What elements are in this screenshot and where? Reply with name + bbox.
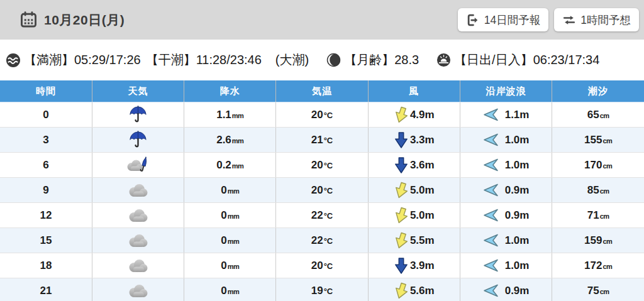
wind-direction-arrow-icon <box>394 106 409 124</box>
col-header-tide: 潮汐 <box>552 80 644 102</box>
wind-speed-value: 3.3m <box>410 134 435 146</box>
fourteen-day-forecast-button[interactable]: 14日間予報 <box>458 8 548 31</box>
temperature-value: 22 <box>311 234 323 246</box>
table-header-row: 時間 天気 降水 気温 風 沿岸波浪 潮汐 <box>0 80 644 102</box>
col-header-wind: 風 <box>368 80 460 102</box>
wind-cell: 5.0m <box>368 178 460 203</box>
temperature-value: 20 <box>311 184 323 196</box>
time-value: 21 <box>40 285 52 297</box>
wind-direction-arrow-icon <box>394 182 409 199</box>
tide-cell: 172cm <box>552 253 644 278</box>
tide-level-unit: cm <box>602 263 612 270</box>
wave-height-value: 1.0m <box>505 159 530 172</box>
tide-cell: 85cm <box>552 178 644 203</box>
wind-cell: 4.9m <box>368 102 460 128</box>
precipitation-unit: mm <box>228 238 239 245</box>
wind-speed-value: 5.5m <box>410 234 435 247</box>
precipitation-value: 0 <box>221 285 226 297</box>
forecast-row: 120mm22°C5.0m0.9m71cm <box>0 203 644 228</box>
cloud-icon <box>127 207 148 223</box>
sunrise-icon <box>436 53 451 67</box>
temperature-cell: 22°C <box>276 228 368 253</box>
tide-level-value: 170 <box>584 159 602 171</box>
wave-height-value: 1.0m <box>505 260 530 272</box>
wave-height-value: 0.9m <box>505 285 530 297</box>
forecast-row: 01.1mm20°C4.9m1.1m65cm <box>0 102 644 128</box>
umbrella-icon <box>128 130 148 150</box>
weather-cell <box>92 153 184 178</box>
temperature-unit: °C <box>324 136 333 145</box>
weather-cell <box>92 278 184 301</box>
tide-level-value: 172 <box>584 260 602 271</box>
wind-speed-value: 5.6m <box>410 285 435 297</box>
one-hour-forecast-button[interactable]: 1時間予想 <box>554 8 639 31</box>
wind-cell: 5.5m <box>368 228 460 253</box>
moon-age-label: 【月齢】 <box>344 52 394 68</box>
forecast-row: 180mm20°C3.9m1.0m172cm <box>0 253 644 278</box>
weather-cell <box>92 228 184 253</box>
wave-cell: 1.0m <box>460 253 552 278</box>
forecast-row: 210mm19°C5.6m0.9m75cm <box>0 278 644 301</box>
time-cell: 3 <box>0 128 92 153</box>
tide-level-value: 75 <box>587 285 599 297</box>
time-value: 18 <box>40 260 52 271</box>
wave-direction-arrow-icon <box>483 234 499 247</box>
low-tide-label: 【干潮】 <box>146 52 196 68</box>
cloud-umbrella-icon <box>125 156 150 174</box>
wave-height-value: 1.0m <box>505 134 530 146</box>
tide-level-unit: cm <box>602 137 612 145</box>
forecast-row: 32.6mm21°C3.3m1.0m155cm <box>0 128 644 153</box>
date-display: 10月20日(月) <box>20 11 125 29</box>
temperature-cell: 21°C <box>276 128 368 153</box>
temperature-cell: 20°C <box>276 178 368 203</box>
time-value: 12 <box>40 209 52 221</box>
top-bar: 10月20日(月) 14日間予報 1時間予想 <box>0 0 644 40</box>
tide-level-unit: cm <box>600 112 609 119</box>
wave-cell: 0.9m <box>460 278 552 301</box>
wind-speed-value: 5.0m <box>410 209 435 222</box>
wind-cell: 5.6m <box>368 278 460 301</box>
precipitation-cell: 0mm <box>184 253 276 278</box>
moon-icon <box>326 53 341 67</box>
col-header-precipitation: 降水 <box>184 80 276 102</box>
tide-level-unit: cm <box>600 212 609 220</box>
weather-cell <box>92 128 184 153</box>
weather-cell <box>92 203 184 228</box>
precipitation-value: 0 <box>221 209 226 221</box>
wave-direction-arrow-icon <box>483 284 499 297</box>
tide-cell: 159cm <box>552 228 644 253</box>
temperature-unit: °C <box>324 211 333 221</box>
cloud-icon <box>127 182 148 198</box>
wind-direction-arrow-icon <box>394 131 409 149</box>
temperature-unit: °C <box>324 287 333 296</box>
temperature-unit: °C <box>324 186 333 195</box>
moon-age-value: 28.3 <box>394 53 419 67</box>
precipitation-value: 2.6 <box>216 134 231 146</box>
wind-cell: 3.3m <box>368 128 460 153</box>
weather-cell <box>92 253 184 278</box>
time-cell: 9 <box>0 178 92 203</box>
wind-cell: 3.6m <box>368 153 460 178</box>
precipitation-value: 0 <box>221 234 226 246</box>
wind-cell: 5.0m <box>368 203 460 228</box>
precipitation-cell: 0mm <box>184 278 276 301</box>
precipitation-unit: mm <box>228 288 239 295</box>
time-cell: 15 <box>0 228 92 253</box>
forecast-table-body: 01.1mm20°C4.9m1.1m65cm32.6mm21°C3.3m1.0m… <box>0 102 644 301</box>
time-cell: 18 <box>0 253 92 278</box>
high-tide-label: 【満潮】 <box>24 52 74 68</box>
temperature-cell: 19°C <box>276 278 368 301</box>
precipitation-value: 0.2 <box>216 159 231 171</box>
precipitation-unit: mm <box>232 137 243 145</box>
time-value: 15 <box>40 234 52 246</box>
precipitation-unit: mm <box>228 263 239 270</box>
export-icon <box>466 13 480 27</box>
wave-height-value: 0.9m <box>505 209 530 222</box>
tide-cell: 75cm <box>552 278 644 301</box>
wave-cell: 1.1m <box>460 102 552 128</box>
tide-level-value: 85 <box>587 184 599 196</box>
col-header-temperature: 気温 <box>276 80 368 102</box>
precipitation-value: 1.1 <box>216 109 231 121</box>
wind-speed-value: 3.9m <box>410 260 435 272</box>
temperature-unit: °C <box>324 261 333 271</box>
